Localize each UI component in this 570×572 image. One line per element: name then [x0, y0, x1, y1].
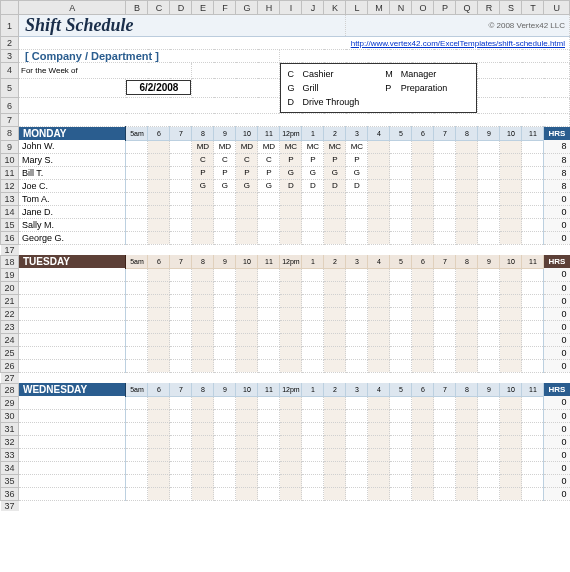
shift-cell[interactable] — [192, 346, 214, 359]
row-header[interactable]: 36 — [1, 487, 19, 500]
shift-cell[interactable] — [368, 192, 390, 205]
shift-cell[interactable]: G — [236, 179, 258, 192]
shift-cell[interactable] — [148, 448, 170, 461]
shift-cell[interactable] — [324, 333, 346, 346]
shift-cell[interactable] — [522, 192, 544, 205]
shift-cell[interactable] — [236, 192, 258, 205]
shift-cell[interactable] — [390, 396, 412, 409]
shift-cell[interactable] — [324, 422, 346, 435]
shift-cell[interactable] — [368, 422, 390, 435]
shift-cell[interactable] — [324, 192, 346, 205]
employee-name[interactable] — [19, 359, 126, 372]
shift-cell[interactable] — [434, 140, 456, 153]
row-header[interactable]: 28 — [1, 383, 19, 396]
row-header[interactable]: 3 — [1, 50, 19, 63]
shift-cell[interactable] — [478, 281, 500, 294]
shift-cell[interactable]: C — [236, 153, 258, 166]
shift-cell[interactable] — [148, 192, 170, 205]
shift-cell[interactable] — [478, 205, 500, 218]
shift-cell[interactable]: MC — [346, 140, 368, 153]
shift-cell[interactable] — [324, 231, 346, 244]
shift-cell[interactable] — [280, 192, 302, 205]
shift-cell[interactable] — [478, 231, 500, 244]
shift-cell[interactable] — [434, 333, 456, 346]
shift-cell[interactable] — [302, 231, 324, 244]
shift-cell[interactable] — [478, 307, 500, 320]
shift-cell[interactable] — [456, 448, 478, 461]
shift-cell[interactable] — [390, 346, 412, 359]
shift-cell[interactable] — [346, 320, 368, 333]
shift-cell[interactable] — [346, 448, 368, 461]
shift-cell[interactable] — [148, 461, 170, 474]
shift-cell[interactable] — [236, 231, 258, 244]
shift-cell[interactable] — [478, 294, 500, 307]
shift-cell[interactable] — [126, 474, 148, 487]
shift-cell[interactable] — [280, 448, 302, 461]
shift-cell[interactable] — [522, 205, 544, 218]
shift-cell[interactable] — [236, 448, 258, 461]
shift-cell[interactable] — [390, 474, 412, 487]
shift-cell[interactable] — [170, 166, 192, 179]
shift-cell[interactable] — [434, 192, 456, 205]
shift-cell[interactable] — [456, 231, 478, 244]
shift-cell[interactable] — [434, 346, 456, 359]
shift-cell[interactable] — [214, 422, 236, 435]
shift-cell[interactable] — [170, 333, 192, 346]
shift-cell[interactable] — [170, 461, 192, 474]
shift-cell[interactable] — [456, 461, 478, 474]
shift-cell[interactable] — [126, 461, 148, 474]
shift-cell[interactable] — [148, 320, 170, 333]
shift-cell[interactable] — [126, 218, 148, 231]
shift-cell[interactable] — [236, 320, 258, 333]
col-header[interactable]: Q — [456, 1, 478, 15]
shift-cell[interactable] — [258, 268, 280, 281]
shift-cell[interactable] — [346, 487, 368, 500]
shift-cell[interactable] — [500, 487, 522, 500]
shift-cell[interactable] — [302, 218, 324, 231]
col-header[interactable]: F — [214, 1, 236, 15]
shift-cell[interactable] — [214, 231, 236, 244]
shift-cell[interactable] — [368, 409, 390, 422]
shift-cell[interactable] — [258, 435, 280, 448]
shift-cell[interactable] — [478, 435, 500, 448]
shift-cell[interactable]: P — [258, 166, 280, 179]
shift-cell[interactable] — [500, 474, 522, 487]
shift-cell[interactable] — [280, 487, 302, 500]
shift-cell[interactable] — [126, 205, 148, 218]
col-header[interactable]: M — [368, 1, 390, 15]
shift-cell[interactable] — [456, 435, 478, 448]
shift-cell[interactable] — [500, 346, 522, 359]
shift-cell[interactable]: D — [280, 179, 302, 192]
shift-cell[interactable] — [456, 487, 478, 500]
shift-cell[interactable] — [478, 268, 500, 281]
shift-cell[interactable] — [324, 359, 346, 372]
shift-cell[interactable] — [346, 333, 368, 346]
shift-cell[interactable] — [170, 140, 192, 153]
shift-cell[interactable] — [148, 281, 170, 294]
row-header[interactable]: 9 — [1, 140, 19, 153]
col-header[interactable]: I — [280, 1, 302, 15]
shift-cell[interactable] — [478, 474, 500, 487]
shift-cell[interactable] — [324, 320, 346, 333]
shift-cell[interactable] — [390, 422, 412, 435]
shift-cell[interactable] — [390, 218, 412, 231]
shift-cell[interactable] — [126, 192, 148, 205]
shift-cell[interactable]: G — [280, 166, 302, 179]
shift-cell[interactable] — [368, 320, 390, 333]
shift-cell[interactable] — [412, 307, 434, 320]
shift-cell[interactable] — [192, 333, 214, 346]
row-header[interactable]: 10 — [1, 153, 19, 166]
shift-cell[interactable] — [500, 153, 522, 166]
shift-cell[interactable] — [522, 409, 544, 422]
shift-cell[interactable] — [302, 307, 324, 320]
shift-cell[interactable] — [456, 346, 478, 359]
shift-cell[interactable] — [258, 281, 280, 294]
col-header[interactable]: H — [258, 1, 280, 15]
shift-cell[interactable] — [192, 320, 214, 333]
shift-cell[interactable]: MC — [324, 140, 346, 153]
shift-cell[interactable] — [126, 320, 148, 333]
shift-cell[interactable] — [368, 153, 390, 166]
shift-cell[interactable] — [456, 166, 478, 179]
shift-cell[interactable] — [214, 320, 236, 333]
row-header[interactable]: 22 — [1, 307, 19, 320]
